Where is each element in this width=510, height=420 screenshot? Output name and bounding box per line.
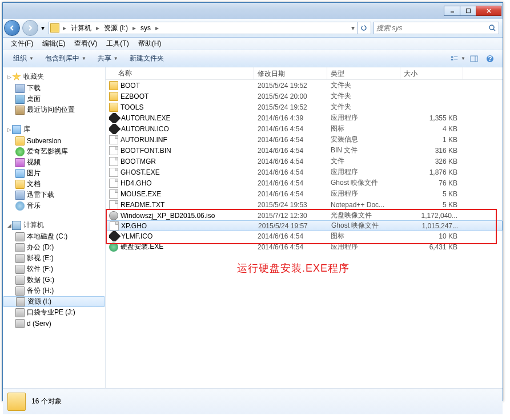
forward-button[interactable] [22, 20, 38, 36]
breadcrumb-dropdown[interactable]: ▾ [349, 24, 357, 32]
share-button[interactable]: 共享▼ [92, 50, 124, 67]
sidebar-item[interactable]: 下载 [3, 83, 105, 94]
file-row[interactable]: AUTORUN.INF 2014/6/16 4:54 安装信息 1 KB [106, 134, 503, 145]
item-icon [15, 106, 25, 115]
file-row[interactable]: AUTORUN.ICO 2014/6/16 4:54 图标 4 KB [106, 123, 503, 134]
item-icon [15, 254, 25, 263]
file-icon [109, 243, 118, 252]
svg-text:?: ? [488, 55, 492, 63]
file-row[interactable]: Windowszj_XP_BD2015.06.iso 2015/7/12 12:… [106, 210, 503, 221]
sidebar-item[interactable]: 资源 (I:) [3, 296, 105, 307]
folder-icon [50, 23, 59, 33]
refresh-button[interactable] [357, 22, 370, 34]
search-input[interactable] [376, 24, 488, 32]
back-button[interactable] [4, 20, 20, 36]
file-row[interactable]: BOOTFONT.BIN 2014/6/16 4:54 BIN 文件 316 K… [106, 145, 503, 156]
breadcrumb[interactable]: ▸ 计算机 ▸ 资源 (I:) ▸ sys ▸ ▾ [49, 22, 371, 34]
svg-point-4 [489, 25, 494, 30]
svg-rect-7 [451, 59, 453, 60]
file-icon [109, 157, 118, 166]
menu-file[interactable]: 文件(F) [6, 39, 38, 49]
file-row[interactable]: AUTORUN.EXE 2014/6/16 4:39 应用程序 1,355 KB [106, 112, 503, 123]
sidebar-item[interactable]: 数据 (G:) [3, 274, 105, 285]
nav-bar: ▾ ▸ 计算机 ▸ 资源 (I:) ▸ sys ▸ ▾ [3, 19, 503, 38]
sidebar-item[interactable]: 音乐 [3, 200, 105, 211]
annotation-text: 运行硬盘安装.EXE程序 [237, 261, 350, 275]
sidebar-item[interactable]: 软件 (F:) [3, 264, 105, 274]
titlebar[interactable] [3, 3, 503, 19]
sidebar-item[interactable]: 本地磁盘 (C:) [3, 231, 105, 242]
item-icon [15, 201, 25, 211]
sidebar-item[interactable]: 备份 (H:) [3, 285, 105, 296]
organize-button[interactable]: 组织▼ [7, 50, 39, 67]
file-row[interactable]: README.TXT 2015/5/24 19:53 Notepad++ Doc… [106, 199, 503, 210]
new-folder-button[interactable]: 新建文件夹 [124, 50, 170, 67]
sidebar-item[interactable]: 爱奇艺影视库 [3, 146, 105, 157]
file-icon [109, 211, 118, 220]
file-row[interactable]: GHOST.EXE 2014/6/16 4:54 应用程序 1,876 KB [106, 167, 503, 177]
file-list[interactable]: 名称 修改日期 类型 大小 BOOT 2015/5/24 19:52 文件夹 E… [106, 67, 503, 388]
item-icon [15, 180, 25, 189]
sidebar-item[interactable]: 口袋专业PE (J:) [3, 307, 105, 318]
status-bar: 16 个对象 [3, 388, 503, 414]
breadcrumb-root-arrow[interactable]: ▸ [61, 24, 69, 32]
status-text: 16 个对象 [31, 397, 62, 406]
file-row[interactable]: YLMF.ICO 2014/6/16 4:54 图标 10 KB [106, 231, 503, 241]
menu-edit[interactable]: 编辑(E) [38, 39, 70, 49]
breadcrumb-seg-drive[interactable]: 资源 (I:) [102, 22, 130, 34]
chevron-right-icon[interactable]: ▸ [153, 24, 161, 32]
file-row[interactable]: EZBOOT 2015/5/24 20:00 文件夹 [106, 91, 503, 102]
sidebar-group[interactable]: ◢计算机 [3, 219, 105, 231]
close-button[interactable] [476, 6, 501, 16]
sidebar-item[interactable]: d (Serv) [3, 318, 105, 329]
item-icon [15, 243, 25, 252]
search-box[interactable] [374, 22, 499, 34]
chevron-right-icon[interactable]: ▸ [94, 24, 102, 32]
preview-pane-button[interactable] [466, 52, 482, 65]
col-date[interactable]: 修改日期 [254, 67, 327, 79]
file-icon [109, 81, 118, 90]
include-library-button[interactable]: 包含到库中▼ [39, 50, 92, 67]
menu-tools[interactable]: 工具(T) [102, 39, 133, 49]
file-icon [109, 103, 118, 112]
col-name[interactable]: 名称 [106, 67, 254, 79]
sidebar-item[interactable]: 图片 [3, 168, 105, 179]
view-mode-button[interactable]: ▼ [450, 52, 466, 65]
sidebar[interactable]: ▷收藏夹下载桌面最近访问的位置▷库Subversion爱奇艺影视库视频图片文档迅… [3, 67, 106, 388]
item-icon [15, 147, 25, 156]
column-header: 名称 修改日期 类型 大小 [106, 67, 503, 80]
menu-help[interactable]: 帮助(H) [134, 39, 166, 49]
sidebar-item[interactable]: 最近访问的位置 [3, 104, 105, 115]
col-type[interactable]: 类型 [327, 67, 400, 79]
menu-view[interactable]: 查看(V) [70, 39, 102, 49]
sidebar-item[interactable]: 迅雷下载 [3, 189, 105, 200]
chevron-right-icon[interactable]: ▸ [130, 24, 138, 32]
sidebar-group[interactable]: ▷收藏夹 [3, 71, 105, 83]
item-icon [15, 136, 25, 146]
sidebar-item[interactable]: 文档 [3, 179, 105, 189]
file-row[interactable]: TOOLS 2015/5/24 19:52 文件夹 [106, 102, 503, 112]
file-row[interactable]: 硬盘安装.EXE 2014/6/16 4:54 应用程序 6,431 KB [106, 241, 503, 252]
breadcrumb-seg-computer[interactable]: 计算机 [69, 22, 94, 34]
file-row[interactable]: XP.GHO 2015/5/24 19:57 Ghost 映像文件 1,015,… [106, 220, 503, 231]
col-size[interactable]: 大小 [400, 67, 463, 79]
sidebar-item[interactable]: 影视 (E:) [3, 253, 105, 264]
item-icon [15, 286, 25, 296]
file-icon [109, 189, 118, 199]
sidebar-item[interactable]: 桌面 [3, 94, 105, 104]
sidebar-item[interactable]: Subversion [3, 135, 105, 146]
sidebar-group[interactable]: ▷库 [3, 123, 105, 135]
breadcrumb-seg-folder[interactable]: sys [138, 22, 153, 34]
nav-history-dropdown[interactable]: ▾ [39, 22, 46, 34]
file-row[interactable]: MOUSE.EXE 2014/6/16 4:54 应用程序 5 KB [106, 188, 503, 199]
minimize-button[interactable] [444, 6, 460, 16]
file-row[interactable]: BOOTMGR 2014/6/16 4:54 文件 326 KB [106, 156, 503, 167]
svg-rect-1 [466, 9, 470, 13]
help-button[interactable]: ? [482, 52, 498, 65]
maximize-button[interactable] [460, 6, 476, 16]
sidebar-item[interactable]: 视频 [3, 157, 105, 168]
item-icon [15, 265, 25, 274]
file-row[interactable]: BOOT 2015/5/24 19:52 文件夹 [106, 80, 503, 91]
file-row[interactable]: HD4.GHO 2014/6/16 4:54 Ghost 映像文件 76 KB [106, 177, 503, 188]
sidebar-item[interactable]: 办公 (D:) [3, 242, 105, 253]
